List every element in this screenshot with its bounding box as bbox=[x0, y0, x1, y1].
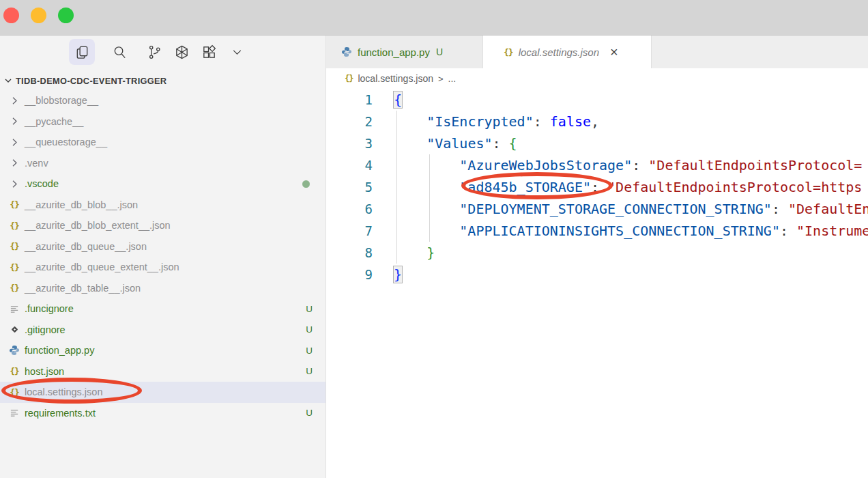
code-line-4[interactable]: 4 "AzureWebJobsStorage": "DefaultEndpoin… bbox=[326, 154, 868, 176]
zoom-button[interactable] bbox=[58, 8, 74, 23]
code-line-1[interactable]: 1{ bbox=[326, 89, 868, 111]
line-number: 2 bbox=[326, 111, 373, 132]
chevron-right-icon bbox=[5, 137, 23, 147]
chevron-down-icon[interactable] bbox=[224, 39, 250, 65]
line-number: 3 bbox=[326, 132, 373, 154]
line-number: 5 bbox=[326, 176, 373, 198]
code-editor[interactable]: 1{2 "IsEncrypted": false,3 "Values": {4 … bbox=[326, 89, 868, 478]
code-line-text: "IsEncrypted": false, bbox=[394, 111, 599, 132]
sidebar-item-vscode[interactable]: .vscode bbox=[0, 173, 326, 195]
untracked-badge: U bbox=[306, 324, 313, 335]
untracked-badge: U bbox=[436, 46, 443, 57]
python-icon bbox=[5, 345, 23, 356]
code-line-text: "ad845b_STORAGE": "DefaultEndpointsProto… bbox=[394, 176, 862, 198]
sidebar-item-azurite-db-table-json[interactable]: {}__azurite_db_table__.json bbox=[0, 278, 326, 299]
sidebar-item-gitignore[interactable]: .gitignoreU bbox=[0, 320, 326, 341]
code-line-text: "Values": { bbox=[394, 132, 517, 154]
code-line-9[interactable]: 9} bbox=[326, 264, 868, 285]
activity-bar bbox=[0, 36, 326, 68]
sidebar-item-blobstorage[interactable]: __blobstorage__ bbox=[0, 90, 326, 111]
cube-icon[interactable] bbox=[169, 39, 194, 65]
code-line-text: "DEPLOYMENT_STORAGE_CONNECTION_STRING": … bbox=[394, 198, 868, 220]
file-name: local.settings.json bbox=[25, 386, 102, 397]
code-line-7[interactable]: 7 "APPLICATIONINSIGHTS_CONNECTION_STRING… bbox=[326, 220, 868, 242]
untracked-badge: U bbox=[306, 408, 313, 418]
json-icon: {} bbox=[5, 366, 23, 376]
code-line-text: } bbox=[394, 242, 435, 264]
sidebar-item-azurite-db-queue-extent-json[interactable]: {}__azurite_db_queue_extent__.json bbox=[0, 257, 326, 278]
line-number: 1 bbox=[326, 89, 373, 111]
code-line-2[interactable]: 2 "IsEncrypted": false, bbox=[326, 111, 868, 132]
untracked-badge: U bbox=[306, 346, 313, 356]
git-file-icon bbox=[5, 324, 23, 335]
extensions-icon[interactable] bbox=[196, 39, 222, 65]
sidebar-item-queuestorage[interactable]: __queuestorage__ bbox=[0, 132, 326, 153]
sidebar-item-host-json[interactable]: {}host.jsonU bbox=[0, 361, 326, 382]
python-icon bbox=[341, 46, 352, 57]
sidebar-item-local-settings-json[interactable]: {}local.settings.json bbox=[0, 382, 326, 403]
tab-function-app-py[interactable]: function_app.py U bbox=[326, 36, 483, 68]
chevron-right-icon bbox=[5, 96, 23, 106]
line-number: 9 bbox=[326, 264, 373, 285]
code-line-text: } bbox=[394, 264, 402, 285]
code-line-5[interactable]: 5 "ad845b_STORAGE": "DefaultEndpointsPro… bbox=[326, 176, 868, 198]
code-line-8[interactable]: 8 } bbox=[326, 242, 868, 264]
close-button[interactable] bbox=[3, 8, 19, 23]
search-icon[interactable] bbox=[106, 39, 132, 65]
sidebar-item-pycache[interactable]: __pycache__ bbox=[0, 111, 326, 132]
file-name: __azurite_db_queue__.json bbox=[25, 241, 147, 252]
source-control-icon[interactable] bbox=[141, 39, 167, 65]
json-icon: {} bbox=[5, 262, 23, 272]
code-line-6[interactable]: 6 "DEPLOYMENT_STORAGE_CONNECTION_STRING"… bbox=[326, 198, 868, 220]
tab-bar: function_app.py U {} local.settings.json… bbox=[326, 36, 868, 68]
file-name: __queuestorage__ bbox=[25, 137, 107, 147]
sidebar-item-function-app-py[interactable]: function_app.pyU bbox=[0, 340, 326, 361]
file-name: .vscode bbox=[25, 178, 59, 189]
code-line-3[interactable]: 3 "Values": { bbox=[326, 132, 868, 154]
code-line-text: "APPLICATIONINSIGHTS_CONNECTION_STRING":… bbox=[394, 220, 868, 242]
json-icon: {} bbox=[5, 199, 23, 210]
modified-dot-badge bbox=[302, 180, 310, 188]
json-icon: {} bbox=[5, 387, 23, 397]
sidebar-item-azurite-db-blob-json[interactable]: {}__azurite_db_blob__.json bbox=[0, 195, 326, 216]
sidebar-item-funcignore[interactable]: .funcignoreU bbox=[0, 298, 326, 320]
file-name: __azurite_db_blob_extent__.json bbox=[25, 220, 171, 231]
text-file-icon bbox=[5, 408, 23, 418]
file-name: .venv bbox=[25, 158, 48, 169]
tab-local-settings-json[interactable]: {} local.settings.json × bbox=[483, 36, 652, 68]
explorer-root-header[interactable]: TIDB-DEMO-CDC-EVENT-TRIGGER bbox=[0, 71, 326, 90]
sidebar-item-venv[interactable]: .venv bbox=[0, 153, 326, 174]
chevron-down-icon bbox=[3, 75, 14, 86]
file-name: requirements.txt bbox=[25, 408, 96, 419]
breadcrumb: {} local.settings.json > ... bbox=[326, 68, 868, 89]
json-icon: {} bbox=[504, 47, 513, 57]
chevron-right-icon bbox=[5, 116, 23, 126]
breadcrumb-separator: > bbox=[438, 74, 444, 84]
tab-label: function_app.py bbox=[358, 46, 430, 58]
minimize-button[interactable] bbox=[31, 8, 46, 23]
file-name: .gitignore bbox=[25, 324, 66, 335]
close-tab-icon[interactable]: × bbox=[610, 45, 618, 59]
text-file-icon bbox=[5, 304, 23, 314]
breadcrumb-more[interactable]: ... bbox=[448, 73, 457, 84]
sidebar-item-azurite-db-queue-json[interactable]: {}__azurite_db_queue__.json bbox=[0, 236, 326, 257]
line-number: 4 bbox=[326, 154, 373, 176]
sidebar-item-azurite-db-blob-extent-json[interactable]: {}__azurite_db_blob_extent__.json bbox=[0, 215, 326, 236]
file-name: __blobstorage__ bbox=[25, 95, 98, 106]
files-icon[interactable] bbox=[69, 39, 95, 65]
file-name: __pycache__ bbox=[25, 116, 83, 127]
file-name: __azurite_db_blob__.json bbox=[25, 199, 138, 210]
json-icon: {} bbox=[5, 283, 23, 293]
file-name: function_app.py bbox=[25, 345, 94, 356]
tab-label: local.settings.json bbox=[519, 46, 599, 58]
sidebar-item-requirements-txt[interactable]: requirements.txtU bbox=[0, 403, 326, 424]
json-icon: {} bbox=[5, 241, 23, 251]
line-number: 8 bbox=[326, 242, 373, 264]
json-icon: {} bbox=[5, 221, 23, 231]
line-number: 7 bbox=[326, 220, 373, 242]
vscode-window: TIDB-DEMO-CDC-EVENT-TRIGGER __blobstorag… bbox=[0, 0, 868, 478]
file-name: host.json bbox=[25, 366, 64, 377]
untracked-badge: U bbox=[306, 304, 313, 314]
line-number: 6 bbox=[326, 198, 373, 220]
breadcrumb-file[interactable]: local.settings.json bbox=[358, 73, 433, 84]
